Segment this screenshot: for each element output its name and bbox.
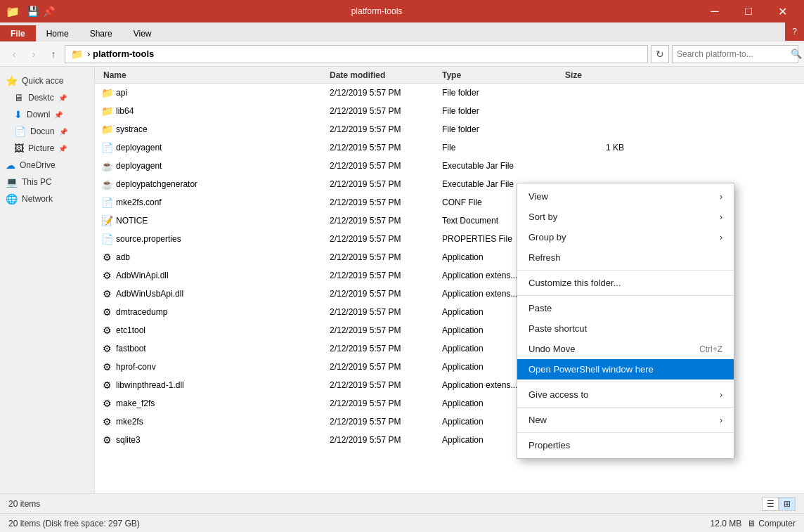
- file-date-cell: 2/12/2019 5:57 PM: [330, 435, 442, 445]
- menu-item-paste[interactable]: Paste: [517, 298, 734, 318]
- sidebar-label-onedrive: OneDrive: [20, 160, 56, 170]
- pictures-icon: 🖼: [14, 143, 24, 154]
- search-input[interactable]: [673, 48, 786, 60]
- table-row[interactable]: 📁 api 2/12/2019 5:57 PM File folder: [95, 84, 804, 102]
- file-area: Name Date modified Type Size 📁 api 2/12/…: [95, 67, 804, 493]
- minimize-button[interactable]: ─: [699, 0, 731, 22]
- file-name-label: mke2fs.conf: [116, 197, 162, 207]
- column-size[interactable]: Size: [565, 70, 635, 80]
- menu-item-group-by[interactable]: Group by ›: [517, 227, 734, 247]
- address-bar: ‹ › ↑ 📁 › platform-tools ↻ 🔍: [0, 41, 804, 67]
- back-button[interactable]: ‹: [6, 46, 22, 63]
- search-box: 🔍: [672, 45, 798, 63]
- file-name-cell: ⚙ libwinpthread-1.dll: [98, 379, 330, 391]
- file-icon: ⚙: [100, 252, 113, 263]
- menu-item-arrow-sort-by: ›: [720, 212, 722, 222]
- menu-item-label-paste: Paste: [529, 303, 552, 313]
- menu-item-label-view: View: [529, 191, 548, 202]
- file-icon: ⚙: [100, 270, 113, 281]
- sidebar-item-downloads[interactable]: ⬇ Downl 📌: [0, 106, 94, 123]
- file-date-cell: 2/12/2019 5:57 PM: [330, 143, 442, 153]
- tab-view[interactable]: View: [123, 25, 162, 41]
- sidebar-item-pictures[interactable]: 🖼 Picture 📌: [0, 140, 94, 157]
- sidebar-label-thispc: This PC: [22, 177, 52, 187]
- menu-item-left-customize: Customize this folder...: [529, 278, 621, 288]
- file-icon: 📄: [100, 142, 113, 153]
- file-date-cell: 2/12/2019 5:57 PM: [330, 179, 442, 189]
- file-icon: ⚙: [100, 306, 113, 318]
- file-name-cell: ⚙ dmtracedump: [98, 306, 330, 318]
- menu-item-left-paste-shortcut: Paste shortcut: [529, 323, 587, 334]
- menu-item-paste-shortcut[interactable]: Paste shortcut: [517, 318, 734, 339]
- file-icon: 📝: [100, 215, 113, 226]
- column-date[interactable]: Date modified: [330, 70, 442, 80]
- computer-label: 🖥 Computer: [747, 519, 796, 528]
- file-date-cell: 2/12/2019 5:57 PM: [330, 417, 442, 427]
- table-row[interactable]: ☕ deployagent 2/12/2019 5:57 PM Executab…: [95, 157, 804, 175]
- file-type-cell: File folder: [442, 124, 565, 134]
- menu-item-undo-move[interactable]: Undo Move Ctrl+Z: [517, 339, 734, 359]
- sidebar-item-desktop[interactable]: 🖥 Desktc 📌: [0, 89, 94, 106]
- menu-item-left-paste: Paste: [529, 303, 552, 313]
- table-row[interactable]: 📁 lib64 2/12/2019 5:57 PM File folder: [95, 102, 804, 120]
- file-name-cell: ⚙ AdbWinApi.dll: [98, 270, 330, 281]
- sidebar-item-onedrive[interactable]: ☁ OneDrive: [0, 157, 94, 174]
- menu-item-open-powershell[interactable]: Open PowerShell window here: [517, 359, 734, 379]
- file-icon: ⚙: [100, 288, 113, 299]
- tab-share[interactable]: Share: [79, 25, 123, 41]
- file-icon: ☕: [100, 160, 113, 171]
- file-name-cell: ⚙ make_f2fs: [98, 398, 330, 409]
- menu-item-label-undo-move: Undo Move: [529, 344, 575, 354]
- menu-item-right-new: ›: [720, 415, 722, 425]
- sidebar-item-network[interactable]: 🌐 Network: [0, 190, 94, 207]
- view-toggle-buttons: ☰ ⊞: [762, 497, 796, 511]
- table-row[interactable]: 📄 deployagent 2/12/2019 5:57 PM File 1 K…: [95, 138, 804, 157]
- menu-item-view[interactable]: View ›: [517, 186, 734, 207]
- column-name[interactable]: Name: [98, 70, 330, 80]
- file-name-label: make_f2fs: [116, 398, 155, 408]
- table-row[interactable]: 📁 systrace 2/12/2019 5:57 PM File folder: [95, 120, 804, 138]
- search-icon[interactable]: 🔍: [786, 48, 804, 59]
- file-size: 12.0 MB: [711, 519, 742, 528]
- file-name-cell: 📁 systrace: [98, 124, 330, 135]
- help-button[interactable]: ?: [785, 22, 804, 41]
- sidebar-item-documents[interactable]: 📄 Docun 📌: [0, 123, 94, 140]
- file-date-cell: 2/12/2019 5:57 PM: [330, 380, 442, 390]
- forward-button[interactable]: ›: [25, 46, 42, 63]
- column-type[interactable]: Type: [442, 70, 565, 80]
- menu-item-customize[interactable]: Customize this folder...: [517, 273, 734, 293]
- close-button[interactable]: ✕: [766, 0, 798, 22]
- view-details-button[interactable]: ☰: [762, 497, 779, 511]
- tab-home[interactable]: Home: [36, 25, 79, 41]
- quick-access-icon: ⭐: [6, 75, 18, 86]
- menu-item-left-sort-by: Sort by: [529, 212, 557, 222]
- refresh-button[interactable]: ↻: [651, 45, 669, 63]
- menu-item-label-new: New: [529, 415, 547, 425]
- file-icon: ⚙: [100, 398, 113, 409]
- title-bar-folder-icon: 📁: [6, 5, 20, 18]
- main-layout: ⭐ Quick acce 🖥 Desktc 📌 ⬇ Downl 📌 📄 Docu…: [0, 67, 804, 493]
- menu-item-properties[interactable]: Properties: [517, 435, 734, 455]
- file-size-cell: 1 KB: [565, 143, 635, 153]
- view-tiles-button[interactable]: ⊞: [779, 497, 796, 511]
- file-name-label: hprof-conv: [116, 362, 156, 372]
- menu-item-label-properties: Properties: [529, 440, 570, 450]
- menu-item-right-undo-move: Ctrl+Z: [699, 344, 722, 354]
- maximize-button[interactable]: □: [732, 0, 765, 22]
- file-date-cell: 2/12/2019 5:57 PM: [330, 234, 442, 244]
- sidebar-item-thispc[interactable]: 💻 This PC: [0, 174, 94, 190]
- sidebar-item-quick-access[interactable]: ⭐ Quick acce: [0, 72, 94, 89]
- menu-item-refresh[interactable]: Refresh: [517, 247, 734, 268]
- file-name-cell: ⚙ etc1tool: [98, 325, 330, 336]
- file-name-label: sqlite3: [116, 435, 141, 445]
- address-path[interactable]: 📁 › platform-tools: [65, 45, 648, 63]
- menu-item-left-open-powershell: Open PowerShell window here: [529, 364, 654, 375]
- menu-item-sort-by[interactable]: Sort by ›: [517, 207, 734, 227]
- tab-file[interactable]: File: [0, 25, 36, 41]
- file-icon: ⚙: [100, 379, 113, 391]
- menu-item-give-access[interactable]: Give access to ›: [517, 384, 734, 405]
- up-button[interactable]: ↑: [45, 46, 62, 63]
- title-bar-pin-icon: 📌: [43, 6, 55, 17]
- file-date-cell: 2/12/2019 5:57 PM: [330, 398, 442, 408]
- menu-item-new[interactable]: New ›: [517, 410, 734, 430]
